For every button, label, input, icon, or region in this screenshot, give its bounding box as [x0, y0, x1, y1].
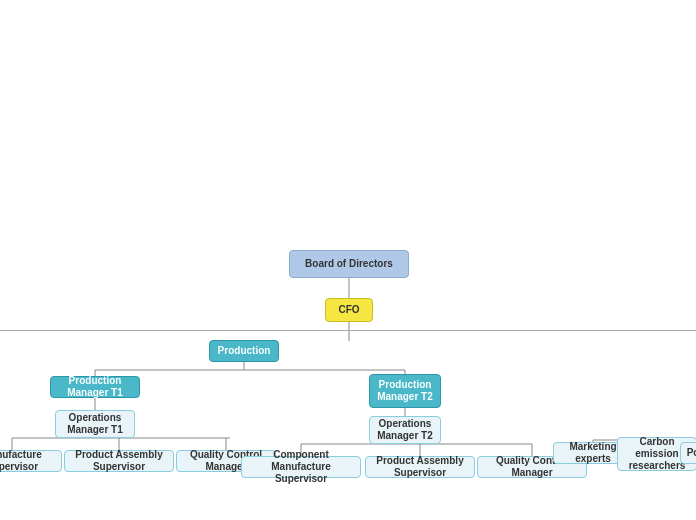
- policy-label: Poli...: [687, 447, 696, 459]
- cfo-label: CFO: [338, 304, 359, 316]
- pm-t1-label: Production Manager T1: [56, 375, 134, 399]
- cfo-node[interactable]: CFO: [325, 298, 373, 322]
- ops-t2-node[interactable]: Operations Manager T2: [369, 416, 441, 444]
- mfg-sup-t1-node[interactable]: Manufacture Supervisor: [0, 450, 62, 472]
- section-divider: [0, 330, 696, 331]
- pm-t2-label: Production Manager T2: [375, 379, 435, 403]
- assembly-t2-label: Product Assembly Supervisor: [371, 455, 469, 479]
- production-label: Production: [218, 345, 271, 357]
- mfg-sup-t1-label: Manufacture Supervisor: [0, 449, 56, 473]
- org-chart-canvas: Board of Directors CFO Production Produc…: [0, 0, 696, 520]
- mfg-sup-t2-label: Component Manufacture Supervisor: [247, 449, 355, 485]
- ops-t1-label: Operations Manager T1: [61, 412, 129, 436]
- assembly-t1-node[interactable]: Product Assembly Supervisor: [64, 450, 174, 472]
- assembly-t2-node[interactable]: Product Assembly Supervisor: [365, 456, 475, 478]
- ops-t1-node[interactable]: Operations Manager T1: [55, 410, 135, 438]
- ops-t2-label: Operations Manager T2: [375, 418, 435, 442]
- board-node[interactable]: Board of Directors: [289, 250, 409, 278]
- pm-t1-node[interactable]: Production Manager T1: [50, 376, 140, 398]
- production-node[interactable]: Production: [209, 340, 279, 362]
- assembly-t1-label: Product Assembly Supervisor: [70, 449, 168, 473]
- policy-node[interactable]: Poli...: [680, 442, 696, 464]
- pm-t2-node[interactable]: Production Manager T2: [369, 374, 441, 408]
- mfg-sup-t2-node[interactable]: Component Manufacture Supervisor: [241, 456, 361, 478]
- board-label: Board of Directors: [305, 258, 393, 270]
